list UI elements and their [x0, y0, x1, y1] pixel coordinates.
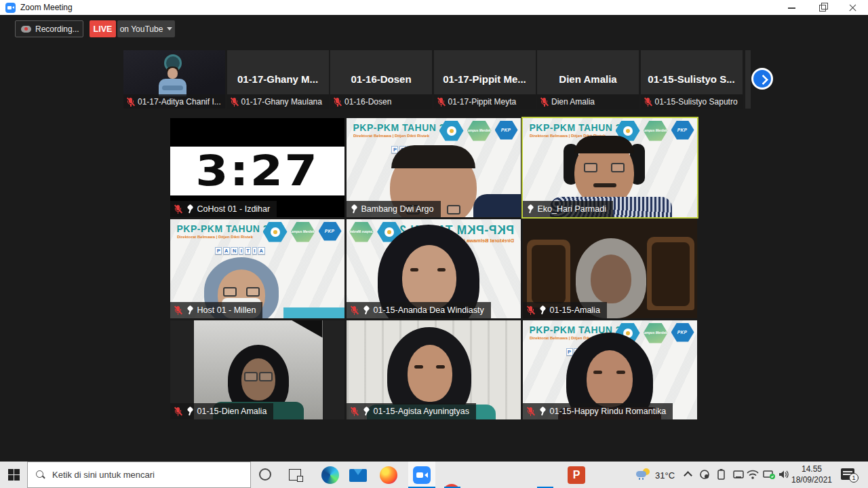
ethernet-secure-icon[interactable] [762, 468, 776, 481]
participant-name-label: 01-15-Agista Ayuningtyas [347, 403, 477, 419]
participant-name-label: 01-16-Dosen [330, 94, 432, 109]
filmstrip-tile-aditya[interactable]: 01-17-Aditya Chanif I... [123, 50, 225, 109]
pkp-logo: PKP [671, 323, 694, 342]
wooden-chair [647, 237, 694, 310]
participant-name-label: 01-15-Ananda Dea Windiasty [347, 302, 491, 318]
participant-face [402, 245, 456, 310]
cortana-button[interactable] [259, 468, 271, 481]
filmstrip-tile-partial [745, 50, 751, 109]
weather-icon[interactable] [636, 468, 651, 481]
participant-center-name: 01-16-Dosen [330, 73, 432, 85]
video-tile-millen[interactable]: PKP-PKM TAHUN 2021 Direktorat Belmawa | … [170, 219, 344, 318]
participant-name-label: 01-17-Aditya Chanif I... [123, 94, 225, 109]
avatar [167, 68, 178, 79]
timer-value: 3:27 [195, 146, 319, 195]
temperature-readout[interactable]: 31°C [655, 470, 675, 481]
mic-muted-icon [350, 407, 359, 416]
pkp-logo: PKP [671, 121, 694, 140]
kampus-merdeka-logo: Kampus Merdeka [291, 222, 315, 242]
tray-date: 18/09/2021 [788, 474, 835, 485]
pin-icon [350, 204, 358, 213]
zoom-taskbar-icon[interactable] [413, 466, 431, 484]
video-tile-happy[interactable]: PKP-PKM TAHUN 2021 Direktorat Belmawa | … [523, 320, 697, 419]
firefox-icon[interactable] [380, 466, 397, 484]
windows-taskbar: Ketik di sini untuk mencari A P 31°C 14.… [0, 462, 868, 488]
cast-display-icon[interactable] [732, 468, 745, 481]
mic-muted-icon [540, 97, 549, 107]
video-tile-amalia[interactable]: 01-15-Amalia [523, 219, 697, 318]
mic-muted-icon [526, 305, 535, 315]
participant-face [591, 255, 631, 303]
meeting-area: Recording... LIVE on YouTube 01-17-Adity… [0, 15, 868, 462]
search-icon [36, 470, 45, 480]
recording-label: Recording... [35, 24, 79, 34]
task-view-button[interactable] [289, 469, 301, 481]
window-titlebar: Zoom Meeting [0, 0, 868, 15]
pin-icon [362, 305, 370, 314]
close-button[interactable] [837, 0, 868, 15]
participant-face [587, 350, 633, 407]
participant-name-label: 01-15-Sulistyo Saputro [641, 94, 743, 109]
mic-muted-icon [644, 97, 652, 107]
wifi-icon[interactable] [746, 468, 760, 481]
filmstrip-tile-dosen[interactable]: 01-16-Dosen 01-16-Dosen [330, 50, 432, 109]
participant-center-name: 01-17-Ghany M... [227, 73, 329, 85]
kemdikbud-logo [439, 121, 464, 141]
taskbar-search[interactable]: Ketik di sini untuk mencari [27, 462, 251, 488]
participant-center-name: 01-17-Pippit Me... [434, 73, 536, 85]
youtube-stream-button[interactable]: on YouTube [117, 20, 175, 37]
video-tile-cohost-izdihar[interactable]: 3:27 CoHost 01 - Izdihar [170, 118, 344, 217]
video-tile-ananda[interactable]: PKP-PKM TAHUN 2021 Direktorat Belmawa | … [347, 219, 521, 318]
participant-name-label: 01-15-Amalia [523, 302, 607, 318]
chevron-down-icon [167, 27, 172, 31]
participant-name-label: 01-17-Pippit Meyta [434, 94, 536, 109]
live-badge: LIVE [90, 20, 116, 37]
pin-icon [186, 407, 194, 415]
filmstrip-tile-ghany[interactable]: 01-17-Ghany M... 01-17-Ghany Maulana [227, 50, 329, 109]
filmstrip-tile-dien[interactable]: Dien Amalia Dien Amalia [537, 50, 639, 109]
battery-icon[interactable] [715, 468, 728, 481]
youtube-stream-label: on YouTube [120, 24, 163, 34]
video-tile-bambang[interactable]: PKP-PKM TAHUN 2021 Direktorat Belmawa | … [347, 118, 521, 217]
wooden-chair [527, 240, 570, 307]
filmstrip-tile-pippit[interactable]: 01-17-Pippit Me... 01-17-Pippit Meyta [434, 50, 536, 109]
mic-muted-icon [174, 407, 182, 416]
next-page-arrow-button[interactable] [751, 68, 773, 90]
minimize-button[interactable] [776, 0, 807, 15]
audio-device-icon[interactable] [698, 468, 711, 481]
clock[interactable]: 14.55 18/09/2021 [788, 464, 835, 485]
start-button[interactable] [8, 469, 20, 481]
mic-muted-icon [526, 407, 535, 416]
kampus-merdeka-logo: Kampus Merdeka [644, 121, 668, 141]
participant-name-label: CoHost 01 - Izdihar [170, 201, 277, 217]
video-tile-agista[interactable]: 01-15-Agista Ayuningtyas [347, 320, 521, 419]
mic-muted-icon [126, 97, 135, 107]
mic-muted-icon [437, 97, 446, 107]
video-tile-dien-amalia[interactable]: 01-15-Dien Amalia [170, 320, 344, 419]
mail-icon[interactable] [349, 469, 367, 482]
pin-icon [526, 204, 534, 213]
participant-name-label: 01-15-Happy Rindu Romantika [523, 403, 673, 419]
mic-muted-icon [350, 305, 359, 315]
glasses [223, 287, 260, 294]
video-tile-eko[interactable]: PKP-PKM TAHUN 2021 Direktorat Belmawa | … [523, 118, 697, 217]
filmstrip-tile-sulistyo[interactable]: 01-15-Sulistyo S... 01-15-Sulistyo Saput… [641, 50, 743, 109]
powerpoint-icon[interactable]: P [568, 466, 585, 484]
pkp-logo: PKP [319, 222, 342, 241]
recording-button[interactable]: Recording... [15, 20, 83, 37]
participant-name-label: 01-15-Dien Amalia [170, 403, 274, 419]
glasses [584, 163, 625, 170]
kampus-merdeka-logo: Kampus Merdeka [644, 323, 668, 343]
edge-icon[interactable] [321, 466, 339, 484]
recording-icon [21, 26, 31, 33]
participant-face [408, 345, 452, 402]
restore-button[interactable] [807, 0, 837, 15]
participant-name-label: Bambang Dwi Argo [347, 201, 441, 217]
mic-muted-icon [230, 97, 239, 107]
mic-muted-icon [174, 305, 182, 315]
hidden-icons-chevron[interactable] [684, 471, 692, 480]
pkp-logo: PKP [495, 121, 518, 140]
pin-icon [186, 305, 194, 314]
pin-icon [362, 407, 370, 415]
window-title: Zoom Meeting [20, 3, 73, 12]
